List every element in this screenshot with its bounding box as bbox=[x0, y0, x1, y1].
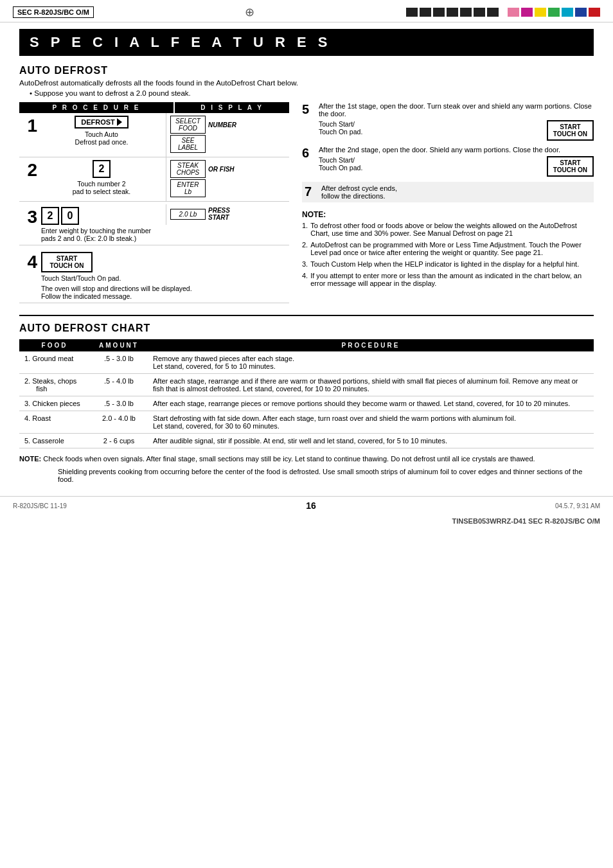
step-5-touch: Touch Start/Touch On pad. STARTTOUCH ON bbox=[319, 120, 594, 141]
bar-blue bbox=[575, 8, 587, 17]
step-5-number: 5 bbox=[302, 102, 315, 141]
defrost-label: DEFROST bbox=[81, 118, 115, 126]
chart-amount-5: 2 - 6 cups bbox=[90, 434, 148, 448]
step-6-touch-label: Touch Start/Touch On pad. bbox=[319, 156, 362, 172]
step-2-display-row2: ENTERLb bbox=[170, 179, 206, 197]
shielding-note: Shielding prevents cooking from occurrin… bbox=[58, 468, 594, 483]
step-1-label: Touch AutoDefrost pad once. bbox=[75, 130, 129, 146]
step-3-key-0: 0 bbox=[61, 207, 79, 225]
step-6-number: 6 bbox=[302, 146, 315, 177]
step-4-number: 4 bbox=[19, 249, 37, 272]
step-6-touch: Touch Start/Touch On pad. STARTTOUCH ON bbox=[319, 156, 594, 177]
color-bars bbox=[406, 8, 600, 17]
bar-dark-6 bbox=[474, 8, 485, 17]
chart-header-row: FOOD AMOUNT PROCEDURE bbox=[19, 339, 594, 351]
chart-amount-1: .5 - 3.0 lb bbox=[90, 351, 148, 374]
chart-food-5: 5. Casserole bbox=[19, 434, 90, 448]
chart-amount-4: 2.0 - 4.0 lb bbox=[90, 411, 148, 434]
procedure-display-col: P R O C E D U R E D I S P L A Y 1 DEFROS… bbox=[19, 102, 289, 303]
step-6-start-touch: STARTTOUCH ON bbox=[547, 156, 594, 177]
footer-bottom: TINSEB053WRRZ-D41 SEC R-820JS/BC O/M bbox=[0, 515, 613, 530]
chart-row-2: 2. Steaks, chops fish .5 - 4.0 lb After … bbox=[19, 374, 594, 396]
center-reg-mark: ⊕ bbox=[245, 5, 254, 19]
step-2-key: 2 bbox=[93, 160, 111, 178]
chart-proc-2: After each stage, rearrange and if there… bbox=[148, 374, 594, 396]
defrost-button: DEFROST bbox=[75, 116, 129, 128]
bar-dark-2 bbox=[420, 8, 431, 17]
bar-dark-1 bbox=[406, 8, 418, 17]
note-list: 1. To defrost other food or foods above … bbox=[302, 222, 594, 287]
chart-row-4: 4. Roast 2.0 - 4.0 lb Start defrosting w… bbox=[19, 411, 594, 434]
step-1-display-row1: SELECTFOOD NUMBER bbox=[170, 116, 236, 134]
step-5-content: After the 1st stage, open the door. Turn… bbox=[319, 102, 594, 141]
section-separator bbox=[19, 315, 594, 316]
chart-food-4: 4. Roast bbox=[19, 411, 90, 434]
proc-disp-header: P R O C E D U R E D I S P L A Y bbox=[19, 102, 289, 113]
step-4-label: Touch Start/Touch On pad. bbox=[41, 274, 121, 282]
chart-row-3: 3. Chicken pieces .5 - 3.0 lb After each… bbox=[19, 396, 594, 411]
main-content: S P E C I A L F E A T U R E S AUTO DEFRO… bbox=[0, 22, 613, 490]
chart-proc-1: Remove any thawed pieces after each stag… bbox=[148, 351, 594, 374]
page-header: SEC R-820JS/BC O/M ⊕ bbox=[0, 0, 613, 22]
note-item-4: 4. If you attempt to enter more or less … bbox=[302, 272, 594, 287]
step-1-proc: DEFROST Touch AutoDefrost pad once. bbox=[37, 113, 166, 157]
bar-yellow bbox=[535, 8, 546, 17]
step-3-label: Enter weight by touching the number pads… bbox=[41, 227, 162, 242]
bar-dark-7 bbox=[487, 8, 499, 17]
step-4-note: The oven will stop and directions will b… bbox=[41, 285, 192, 300]
chart-header-amount: AMOUNT bbox=[90, 339, 148, 351]
chart-title: AUTO DEFROST CHART bbox=[19, 323, 594, 334]
document-title: SEC R-820JS/BC O/M bbox=[13, 6, 94, 18]
step-1-row: 1 DEFROST Touch AutoDefrost pad once. SE… bbox=[19, 113, 289, 157]
right-col: 5 After the 1st stage, open the door. Tu… bbox=[302, 102, 594, 303]
auto-defrost-bullet: Suppose you want to defrost a 2.0 pound … bbox=[30, 89, 594, 97]
chart-header-food: FOOD bbox=[19, 339, 90, 351]
step-6: 6 After the 2nd stage, open the door. Sh… bbox=[302, 146, 594, 177]
auto-defrost-chart-table: FOOD AMOUNT PROCEDURE 1. Ground meat .5 … bbox=[19, 339, 594, 448]
defrost-triangle-icon bbox=[117, 118, 122, 126]
procedure-header: P R O C E D U R E bbox=[19, 102, 173, 113]
note-title: NOTE: bbox=[302, 210, 594, 219]
step-2-or-fish: OR FISH bbox=[208, 166, 235, 173]
step-7-content: After defrost cycle ends,follow the dire… bbox=[321, 184, 591, 200]
chart-proc-4: Start defrosting with fat side down. Aft… bbox=[148, 411, 594, 434]
step-2-display: STEAKCHOPS OR FISH ENTERLb bbox=[166, 157, 289, 201]
step-2-row: 2 2 Touch number 2pad to select steak. S… bbox=[19, 157, 289, 202]
step-5-text: After the 1st stage, open the door. Turn… bbox=[319, 102, 594, 118]
step-6-text: After the 2nd stage, open the door. Shie… bbox=[319, 146, 594, 154]
step-3-row: 3 2 0 Enter weight by touching the numbe… bbox=[19, 202, 289, 245]
display-header: D I S P L A Y bbox=[175, 102, 289, 113]
step-4-proc: STARTTOUCH ON Touch Start/Touch On pad. … bbox=[37, 249, 289, 303]
page-footer: R-820JS/BC 11-19 16 04.5.7, 9:31 AM bbox=[0, 496, 613, 515]
step-1-display-box2: SEELABEL bbox=[170, 135, 206, 153]
step-2-display-box1: STEAKCHOPS bbox=[170, 160, 206, 178]
chart-food-3: 3. Chicken pieces bbox=[19, 396, 90, 411]
step-3-display-box: 2.0 Lb bbox=[170, 209, 206, 220]
chart-note-label: NOTE: bbox=[19, 455, 41, 463]
auto-defrost-title: AUTO DEFROST bbox=[19, 65, 594, 76]
step-3-press-start: PRESSSTART bbox=[208, 207, 230, 221]
step-7-number: 7 bbox=[305, 184, 317, 200]
bar-red bbox=[589, 8, 600, 17]
bar-pink bbox=[508, 8, 519, 17]
bar-cyan bbox=[562, 8, 573, 17]
note-item-3: 3. Touch Custom Help when the HELP indic… bbox=[302, 260, 594, 268]
step-2-label: Touch number 2pad to select steak. bbox=[73, 180, 130, 195]
step-1-display-box1: SELECTFOOD bbox=[170, 116, 206, 134]
step-6-content: After the 2nd stage, open the door. Shie… bbox=[319, 146, 594, 177]
footer-left: R-820JS/BC 11-19 bbox=[13, 502, 67, 509]
step-1-display: SELECTFOOD NUMBER SEELABEL bbox=[166, 113, 289, 157]
bar-dark-5 bbox=[460, 8, 472, 17]
step-2-display-box2: ENTERLb bbox=[170, 179, 206, 197]
chart-amount-2: .5 - 4.0 lb bbox=[90, 374, 148, 396]
step-1-display-number: NUMBER bbox=[208, 121, 236, 128]
step-2-display-row1: STEAKCHOPS OR FISH bbox=[170, 160, 235, 178]
step-2-number: 2 bbox=[19, 157, 37, 201]
step-3-display-row: 2.0 Lb PRESSSTART bbox=[170, 207, 230, 221]
step-5-touch-label: Touch Start/Touch On pad. bbox=[319, 120, 362, 136]
auto-defrost-layout: P R O C E D U R E D I S P L A Y 1 DEFROS… bbox=[19, 102, 594, 303]
bar-magenta bbox=[521, 8, 533, 17]
bar-green bbox=[548, 8, 560, 17]
chart-header-procedure: PROCEDURE bbox=[148, 339, 594, 351]
chart-food-2: 2. Steaks, chops fish bbox=[19, 374, 90, 396]
